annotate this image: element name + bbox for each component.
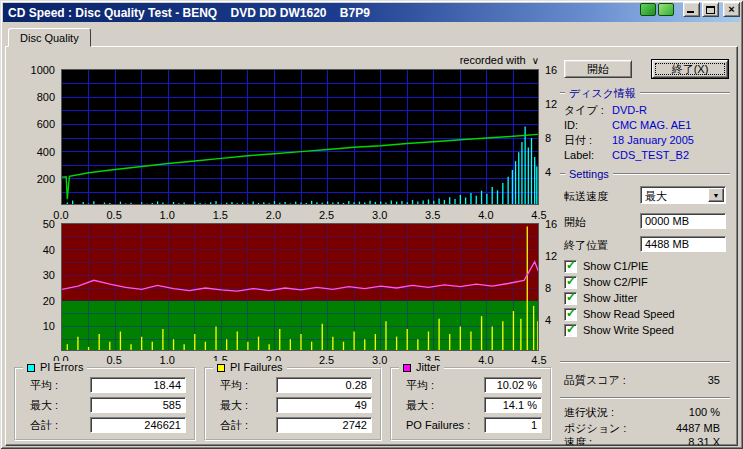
start-button[interactable]: 開始 [564,60,632,78]
speed-label: 速度 : [564,435,592,446]
exit-button[interactable]: 終了(X) [652,60,728,78]
tab-disc-quality[interactable]: Disc Quality [8,28,91,47]
pi-errors-color-swatch [27,364,35,372]
checkbox-label: Show Jitter [583,292,637,304]
position-label: ポジション : [564,421,626,435]
checkbox[interactable]: ✓ [564,308,577,321]
close-button[interactable]: × [723,2,740,17]
pi-failures-color-swatch [217,364,225,372]
progress-value: 100 % [689,405,720,419]
pi-failures-group-title: PI Failures [230,361,283,374]
start-position-field[interactable]: 0000 MB [640,213,726,229]
position-value: 4487 MB [676,421,720,435]
checkbox-row-show-write-speed[interactable]: ✓Show Write Speed [564,323,674,337]
y-axis-tick-label: 40 [43,244,55,256]
right-panel: 開始 終了(X) ディスク情報 タイプ : DVD-R ID: CMC MAG.… [556,47,734,445]
stat-value: 18.44 [90,377,186,393]
minimize-icon [687,11,694,13]
checkbox[interactable]: ✓ [564,324,577,337]
start-position-label: 開始 [564,215,586,229]
jitter-group: Jitter 平均 :10.02 % 最大 :14.1 % PO Failure… [390,367,552,441]
titlebar-controls: × [640,2,740,17]
stat-value: 585 [90,397,186,413]
x-axis-tick-label: 3.5 [425,209,440,221]
checkbox-label: Show C2/PIF [583,276,648,288]
quality-score-label: 品質スコア : [564,373,626,387]
stat-label: 最大 : [406,398,434,413]
pi-errors-legend: PI Errors [23,361,87,374]
stat-value: 14.1 % [484,397,542,413]
stat-label: 平均 : [406,378,434,393]
divider [560,397,730,399]
disc-id-row: ID: CMC MAG. AE1 [564,118,730,132]
stat-row: 最大 :585 [30,397,186,413]
x-axis-tick-label: 3.0 [372,209,387,221]
checkbox[interactable]: ✓ [564,260,577,273]
divider [560,173,565,175]
stat-value: 10.02 % [484,377,542,393]
settings-title: Settings [569,168,609,180]
stat-row: 合計 :2742 [220,417,372,433]
disc-type-label: タイプ : [564,103,604,117]
y-axis-tick-label: 8 [545,282,551,294]
divider [560,361,730,363]
x-axis-tick-label: 2.0 [266,209,281,221]
stat-value: 49 [276,397,372,413]
disc-label-value: CDS_TEST_B2 [612,148,689,162]
x-axis-tick-label: 0.5 [106,354,121,366]
stat-row: 平均 :18.44 [30,377,186,393]
disc-green-icon-2[interactable] [658,3,674,16]
y-axis-tick-label: 200 [37,173,55,185]
stat-label: 合計 : [30,418,58,433]
dropdown-button[interactable]: ▼ [708,188,724,202]
stat-row: 最大 :49 [220,397,372,413]
transfer-speed-label: 転送速度 [564,189,608,203]
jitter-color-swatch [403,364,411,372]
checkbox-row-show-jitter[interactable]: ✓Show Jitter [564,291,637,305]
check-icon: ✓ [566,258,576,272]
y-axis-tick-label: 10 [43,320,55,332]
end-position-label: 終了位置 [564,238,608,252]
disc-id-value: CMC MAG. AE1 [612,118,691,132]
y-axis-tick-label: 4 [545,166,551,178]
divider [613,173,730,175]
checkbox[interactable]: ✓ [564,276,577,289]
disc-green-icon-1[interactable] [640,3,656,16]
disc-type-row: タイプ : DVD-R [564,103,730,117]
x-axis-tick-label: 1.0 [160,209,175,221]
checkbox-row-show-c2-pif[interactable]: ✓Show C2/PIF [564,275,648,289]
transfer-speed-select[interactable]: 最大 ▼ [640,186,726,204]
checkbox-row-show-c1-pie[interactable]: ✓Show C1/PIE [564,259,648,273]
chart1-left-axis: 1000800600400200 [14,70,58,206]
checkbox-row-show-read-speed[interactable]: ✓Show Read Speed [564,307,675,321]
pi-failures-group: PI Failures 平均 :0.28 最大 :49 合計 :2742 [204,367,382,441]
chart2-left-axis: 5040302010 [14,224,58,352]
end-position-field[interactable]: 4488 MB [640,236,726,252]
x-axis-tick-label: 0.0 [53,209,68,221]
disc-label-label: Label: [564,148,594,162]
divider [560,92,565,94]
quality-score-value: 35 [708,373,720,387]
minimize-button[interactable] [683,2,700,17]
stat-row: 平均 :0.28 [220,377,372,393]
chevron-down-icon: ∨ [532,55,539,66]
y-axis-tick-label: 30 [43,269,55,281]
stat-row: PO Failures :1 [406,417,542,433]
speed-row: 速度 : 8.31 X [564,435,730,446]
x-axis-tick-label: 1.5 [213,209,228,221]
stat-label: 最大 : [220,398,248,413]
tab-strip: Disc Quality [8,28,91,47]
disc-date-value: 18 January 2005 [612,133,694,147]
y-axis-tick-label: 400 [37,146,55,158]
progress-label: 進行状況 : [564,405,614,419]
stat-row: 平均 :10.02 % [406,377,542,393]
stat-label: PO Failures : [406,419,470,431]
stat-value: 0.28 [276,377,372,393]
recorded-with-text: recorded with [460,54,526,66]
divider [640,92,730,94]
disc-id-label: ID: [564,118,578,132]
stat-label: 最大 : [30,398,58,413]
maximize-button[interactable] [702,2,719,17]
titlebar[interactable]: CD Speed : Disc Quality Test - BENQ DVD … [3,3,740,22]
checkbox[interactable]: ✓ [564,292,577,305]
